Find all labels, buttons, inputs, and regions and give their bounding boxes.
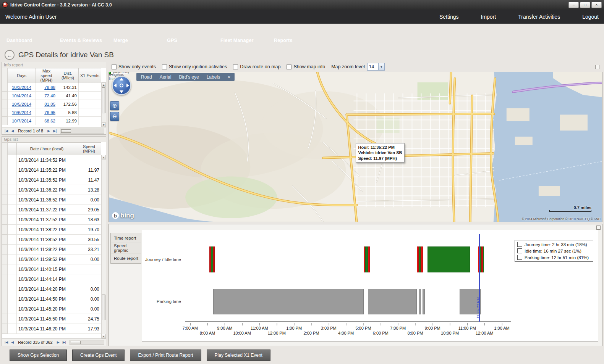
- chevron-down-icon[interactable]: ▼: [378, 63, 384, 70]
- action-button[interactable]: Export / Print Route Report: [130, 350, 201, 361]
- pager-scrollbar[interactable]: [70, 340, 104, 345]
- chart-tab[interactable]: Time report: [110, 233, 141, 243]
- gps-point-row[interactable]: 10/3/2014 11:38:52 PM 30.55: [2, 235, 101, 245]
- gps-point-row[interactable]: 10/3/2014 11:44:20 PM 0.00: [2, 284, 101, 294]
- gps-point-row[interactable]: 10/3/2014 11:38:22 PM 19.70: [2, 225, 101, 235]
- gps-point-row[interactable]: 10/3/2014 11:40:15 PM: [2, 264, 101, 274]
- info-report-row[interactable]: 10/5/2014 81.05 172.56: [2, 100, 101, 108]
- chart-tab[interactable]: Route report: [110, 253, 141, 264]
- date-hour-header[interactable]: Date / hour (local): [17, 143, 77, 155]
- gps-point-marker[interactable]: [108, 72, 111, 74]
- scroll-up-icon[interactable]: ▲: [102, 155, 106, 159]
- gps-point-row[interactable]: 10/3/2014 11:36:22 PM 13.28: [2, 185, 101, 195]
- map-option-checkbox[interactable]: Draw route on map: [233, 64, 280, 69]
- pager-scroll-thumb[interactable]: [61, 129, 71, 133]
- info-report-row[interactable]: 10/7/2014 68.62 12.99: [2, 117, 101, 125]
- max-speed-value[interactable]: 72.40: [36, 92, 57, 100]
- checkbox-box[interactable]: [233, 64, 238, 69]
- pager-scrollbar[interactable]: [60, 129, 104, 134]
- gps-point-row[interactable]: 10/3/2014 11:34:52 PM: [2, 155, 101, 165]
- max-speed-value[interactable]: 78.68: [36, 83, 57, 92]
- max-speed-value[interactable]: 81.05: [36, 100, 57, 108]
- topbar-action[interactable]: Logout: [572, 13, 599, 20]
- scroll-thumb[interactable]: [102, 295, 105, 320]
- pager-last-button[interactable]: ▶|: [52, 129, 58, 133]
- gps-point-row[interactable]: 10/3/2014 11:36:52 PM 0.00: [2, 195, 101, 205]
- chart-tab[interactable]: Speed graphic: [110, 243, 141, 253]
- info-scrollbar[interactable]: ▲ ▼: [101, 82, 106, 127]
- collapse-map-panel-button[interactable]: [595, 65, 599, 69]
- nav-tile[interactable]: Reports: [271, 27, 322, 45]
- map-style-tab[interactable]: Labels: [203, 74, 224, 80]
- topbar-action[interactable]: Import: [471, 13, 496, 20]
- speed-header[interactable]: Speed (MPH): [77, 143, 101, 155]
- info-report-row[interactable]: 10/3/2014 78.68 142.31: [2, 83, 101, 92]
- pan-right-icon[interactable]: [126, 84, 129, 87]
- gps-point-row[interactable]: 10/3/2014 11:45:50 PM 24.75: [2, 314, 101, 324]
- gps-point-row[interactable]: 10/3/2014 11:35:52 PM 11.47: [2, 175, 101, 185]
- pager-next-button[interactable]: ▶: [56, 340, 61, 344]
- scroll-up-icon[interactable]: ▲: [102, 82, 106, 87]
- zoom-in-button[interactable]: ⊕: [110, 101, 119, 110]
- gps-point-row[interactable]: 10/3/2014 11:37:22 PM 29.05: [2, 205, 101, 215]
- pager-last-button[interactable]: ▶|: [62, 340, 67, 344]
- pager-first-button[interactable]: |◀: [3, 340, 9, 344]
- pager-prev-button[interactable]: ◀: [10, 340, 15, 344]
- gps-point-row[interactable]: 10/3/2014 11:44:14 PM: [2, 274, 101, 284]
- max-speed-value[interactable]: 76.95: [36, 108, 57, 117]
- collapse-map-tabs-button[interactable]: «: [224, 74, 234, 80]
- pan-up-icon[interactable]: [120, 78, 123, 81]
- info-report-row[interactable]: 10/6/2014 76.95 5.88: [2, 108, 101, 117]
- map-option-checkbox[interactable]: Show map info: [287, 64, 325, 69]
- gps-point-row[interactable]: 10/3/2014 11:44:50 PM 0.00: [2, 294, 101, 304]
- map-option-checkbox[interactable]: Show only ignition activities: [162, 64, 227, 69]
- gps-scrollbar[interactable]: ▲ ▼: [101, 155, 106, 338]
- info-report-row[interactable]: 10/4/2014 72.40 41.49: [2, 92, 101, 100]
- gps-point-row[interactable]: 10/3/2014 11:37:52 PM 18.63: [2, 215, 101, 225]
- map-style-tab[interactable]: Aerial: [156, 74, 175, 80]
- action-button[interactable]: Show Gps Selection: [10, 350, 67, 361]
- gps-point-row[interactable]: 10/3/2014 11:35:22 PM 11.97: [2, 165, 101, 175]
- distance-header[interactable]: Dist. (Miles): [57, 68, 79, 83]
- zoom-out-button[interactable]: ⊖: [110, 112, 119, 121]
- nav-tile[interactable]: Fleet Manager: [218, 27, 269, 45]
- day-link[interactable]: 10/5/2014: [8, 100, 36, 108]
- topbar-action[interactable]: Settings: [429, 13, 459, 20]
- pan-center-icon[interactable]: [120, 84, 123, 87]
- nav-tile[interactable]: Events & Reviews: [57, 27, 108, 45]
- day-link[interactable]: 10/6/2014: [8, 108, 36, 117]
- collapse-chart-panel-button[interactable]: [596, 225, 601, 230]
- nav-tile[interactable]: Dashboard: [4, 27, 55, 45]
- pager-scroll-thumb[interactable]: [71, 341, 81, 344]
- gps-point-row[interactable]: 10/3/2014 11:46:20 PM 17.93: [2, 324, 101, 334]
- action-button[interactable]: Create Gps Event: [72, 350, 125, 361]
- gps-point-row[interactable]: 10/3/2014 11:39:52 PM 0.00: [2, 254, 101, 264]
- action-button[interactable]: Play Selected X1 Event: [207, 350, 270, 361]
- pan-down-icon[interactable]: [120, 90, 123, 93]
- day-link[interactable]: 10/4/2014: [8, 92, 36, 100]
- back-button[interactable]: ←: [5, 50, 15, 60]
- gps-point-row[interactable]: 10/3/2014 11:39:22 PM 33.21: [2, 245, 101, 254]
- scroll-down-icon[interactable]: ▼: [102, 334, 106, 338]
- max-speed-value[interactable]: 68.62: [36, 117, 57, 125]
- scroll-thumb[interactable]: [102, 87, 105, 113]
- map-style-tab[interactable]: Bird's eye: [175, 74, 202, 80]
- nav-tile[interactable]: Merge: [111, 27, 162, 45]
- map-zoom-select[interactable]: 14 ▼: [367, 63, 385, 71]
- day-link[interactable]: 10/7/2014: [8, 117, 36, 125]
- checkbox-box[interactable]: [112, 64, 117, 69]
- map-pan-compass[interactable]: [112, 76, 131, 95]
- x1-events-header[interactable]: X1 Events: [79, 68, 101, 83]
- pager-prev-button[interactable]: ◀: [10, 129, 15, 133]
- topbar-action[interactable]: Transfer Activities: [508, 13, 560, 20]
- map-style-tab[interactable]: Road: [137, 74, 156, 80]
- nav-tile[interactable]: GPS: [164, 27, 215, 45]
- day-link[interactable]: 10/3/2014: [8, 83, 36, 92]
- days-header[interactable]: Days: [8, 68, 36, 83]
- gps-point-row[interactable]: 10/3/2014 11:45:20 PM 0.00: [2, 304, 101, 314]
- pager-first-button[interactable]: |◀: [3, 129, 9, 133]
- map-option-checkbox[interactable]: Show only events: [112, 64, 156, 69]
- pager-next-button[interactable]: ▶: [46, 129, 51, 133]
- checkbox-box[interactable]: [287, 64, 291, 69]
- scroll-down-icon[interactable]: ▼: [102, 122, 106, 127]
